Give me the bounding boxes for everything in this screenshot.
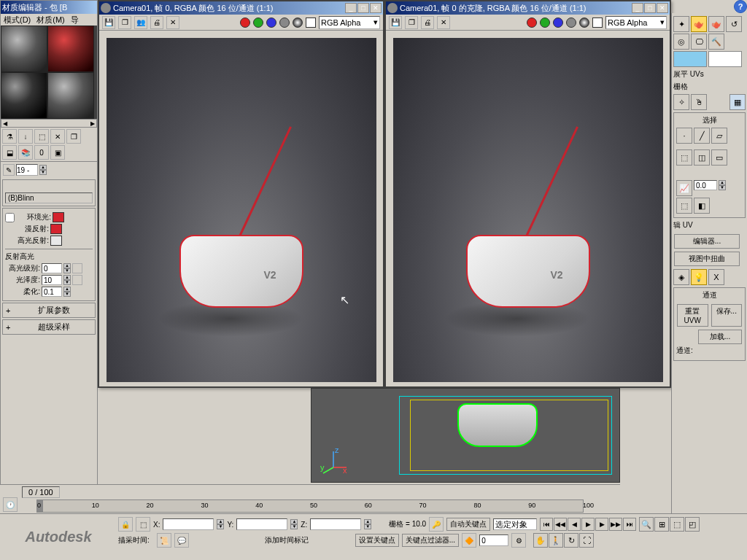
soften-spin[interactable]: ▲▼	[63, 287, 71, 297]
put-material-icon[interactable]: ↓	[18, 129, 33, 144]
display-mode-dropdown[interactable]: RGB Alpha▾	[319, 16, 380, 29]
material-editor-titlebar[interactable]: 材质编辑器 - 包 [B	[1, 1, 97, 14]
zoom-extents-icon[interactable]: ⬚	[670, 517, 684, 532]
green-channel[interactable]	[253, 18, 263, 28]
material-name-input[interactable]	[16, 164, 38, 176]
reset-map-icon[interactable]: ✕	[50, 129, 65, 144]
swatch-white[interactable]	[592, 18, 603, 28]
glossiness-input[interactable]	[42, 275, 62, 285]
ring-icon[interactable]: ▭	[711, 149, 727, 166]
add-time-tag-label[interactable]: 添加时间标记	[265, 535, 309, 545]
alpha-channel[interactable]	[279, 18, 290, 28]
play-icon[interactable]: ▶	[581, 518, 595, 531]
viewport-distort-button[interactable]: 视图中扭曲	[674, 252, 740, 266]
save-button[interactable]: 保存...	[711, 304, 743, 327]
select-all-icon[interactable]: ⬚	[676, 198, 692, 214]
prev-frame-icon[interactable]: ◀◀	[554, 518, 567, 531]
maximize-button[interactable]: □	[357, 3, 369, 13]
shrink-icon[interactable]: ◫	[694, 149, 710, 166]
key-mode-icon[interactable]: 🔶	[462, 533, 476, 548]
menu-nav[interactable]: 导	[71, 15, 79, 25]
viewport-bag[interactable]	[457, 403, 545, 454]
selection-set-dropdown[interactable]: 选定对象	[493, 518, 537, 530]
get-material-icon[interactable]: ⚗	[2, 129, 17, 144]
pan-icon[interactable]: ✋	[533, 533, 548, 548]
soften-input[interactable]	[42, 287, 62, 297]
save-image-icon[interactable]: 💾	[389, 16, 402, 29]
render-left-titlebar[interactable]: Camera01, 帧 0, RGBA 颜色 16 位/通道 (1:1) _ □…	[99, 1, 383, 15]
uv-tool-1[interactable]: ✧	[673, 94, 689, 110]
glossiness-spin[interactable]: ▲▼	[63, 275, 71, 285]
extended-params-rollup[interactable]: + 扩展参数	[2, 303, 96, 318]
assign-material-icon[interactable]: ⬚	[34, 129, 49, 144]
y-input[interactable]	[236, 518, 287, 530]
set-key-button[interactable]: 设置关键点	[355, 534, 399, 547]
spec-level-input[interactable]	[42, 263, 62, 273]
edge-subobj[interactable]: ╱	[694, 128, 710, 144]
utilities-tab-icon[interactable]: 🖵	[691, 34, 707, 50]
minimize-button[interactable]: _	[345, 3, 357, 13]
reset-uvw-button[interactable]: 重置 UVW	[677, 304, 708, 327]
clone-image-icon[interactable]: 👥	[134, 16, 147, 29]
color-swatch-blue[interactable]	[673, 51, 707, 67]
material-scroll[interactable]: ◀▶	[1, 119, 97, 128]
goto-end-icon[interactable]: ⏭	[623, 518, 636, 531]
blue-channel[interactable]	[266, 18, 276, 28]
load-button[interactable]: 加载...	[698, 330, 742, 344]
threshold-spin[interactable]: ▲▼	[719, 180, 726, 196]
select-invert-icon[interactable]: ◧	[694, 198, 710, 214]
print-icon[interactable]: 🖨	[150, 16, 163, 29]
tool-b-icon[interactable]: 💡	[691, 269, 707, 285]
copy-image-icon[interactable]: ❐	[118, 16, 131, 29]
hierarchy-tab-icon[interactable]: 🫖	[708, 16, 724, 32]
ambient-swatch[interactable]	[53, 212, 64, 222]
save-image-icon[interactable]: 💾	[102, 16, 115, 29]
material-slot-4[interactable]	[47, 72, 94, 119]
display-mode-dropdown[interactable]: RGB Alpha▾	[605, 16, 667, 29]
make-unique-icon[interactable]: ⬓	[2, 145, 17, 160]
open-editor-button[interactable]: 编辑器...	[674, 234, 740, 249]
green-channel[interactable]	[540, 18, 550, 28]
script-icon[interactable]: 📜	[157, 533, 171, 548]
zoom-icon[interactable]: 🔍	[639, 517, 654, 532]
swatch-white[interactable]	[306, 18, 316, 28]
next-frame-icon[interactable]: ▶▶	[609, 518, 622, 531]
goto-start-icon[interactable]: ⏮	[540, 518, 553, 531]
tool-icon[interactable]: 🔨	[708, 34, 724, 50]
print-icon[interactable]: 🖨	[421, 16, 434, 29]
x-spin[interactable]: ▲▼	[217, 519, 224, 529]
key-filter-button[interactable]: 关键点过滤器...	[402, 534, 459, 547]
color-swatch-white[interactable]	[708, 51, 742, 67]
material-effects-icon[interactable]: 0	[34, 145, 49, 160]
spec-level-map[interactable]	[72, 263, 82, 273]
time-config-icon[interactable]: 🕐	[3, 497, 18, 512]
supersampling-rollup[interactable]: + 超级采样	[2, 319, 96, 335]
blue-channel[interactable]	[553, 18, 563, 28]
clear-icon[interactable]: ✕	[437, 16, 450, 29]
diffuse-swatch[interactable]	[50, 224, 62, 234]
minimize-button[interactable]: _	[632, 3, 643, 13]
copy-image-icon[interactable]: ❐	[405, 16, 418, 29]
pick-material-icon[interactable]: ✎	[3, 164, 15, 176]
red-channel[interactable]	[240, 18, 250, 28]
menu-mode[interactable]: 模式(D)	[4, 15, 31, 25]
current-frame-input[interactable]	[479, 534, 508, 546]
z-spin[interactable]: ▲▼	[364, 519, 371, 529]
walk-icon[interactable]: 🚶	[549, 533, 563, 548]
name-spin[interactable]: ▲▼	[39, 165, 47, 175]
threshold-input[interactable]	[694, 180, 717, 190]
render-right-titlebar[interactable]: Camera01, 帧 0 的克隆, RGBA 颜色 16 位/通道 (1:1)…	[386, 1, 670, 15]
listener-icon[interactable]: 💬	[174, 533, 189, 548]
lock-icon[interactable]: 🔒	[118, 517, 133, 532]
create-tab-icon[interactable]: ✦	[673, 16, 689, 32]
red-channel[interactable]	[527, 18, 537, 28]
uv-tool-3[interactable]: ▦	[729, 94, 746, 110]
maximize-button[interactable]: □	[644, 3, 656, 13]
mono-channel[interactable]	[579, 18, 589, 28]
alpha-channel[interactable]	[566, 18, 576, 28]
help-button[interactable]: ?	[734, 0, 747, 13]
frame-display[interactable]: 0 / 100	[22, 486, 60, 498]
max-toggle-icon[interactable]: ⛶	[579, 533, 594, 548]
close-button[interactable]: ✕	[657, 3, 668, 13]
zoom-region-icon[interactable]: ◰	[685, 517, 700, 532]
